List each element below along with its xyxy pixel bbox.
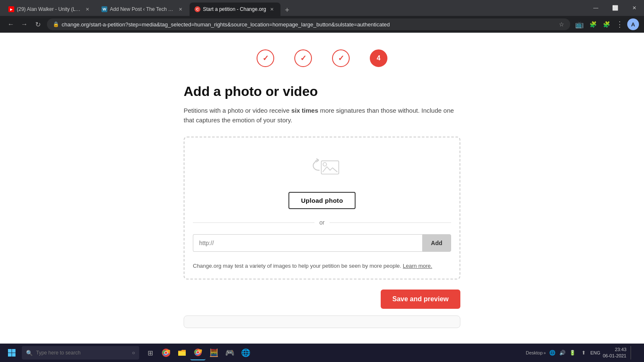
step-1-check: ✓ — [262, 54, 269, 63]
extensions-button[interactable]: 🧩 — [600, 18, 612, 30]
wordpress-favicon: W — [101, 6, 107, 12]
tab-change-close[interactable]: ✕ — [269, 6, 275, 13]
tab-youtube-close[interactable]: ✕ — [84, 6, 91, 13]
bookmark-icon[interactable]: ☆ — [559, 21, 564, 28]
step-4-label: 4 — [377, 54, 381, 62]
address-bar: ← → ↻ 🔒 change.org/start-a-petition?step… — [0, 16, 644, 33]
page-subtitle: Petitions with a photo or video receive … — [184, 106, 460, 125]
tab-bar: ▶ (29) Alan Walker - Unity (Lyr... ✕ W A… — [0, 0, 644, 16]
url-input-row: Add — [193, 234, 451, 252]
tab-change[interactable]: C Start a petition - Change.org ✕ — [190, 3, 280, 16]
refresh-button[interactable]: ↻ — [32, 18, 44, 30]
divider-line-left — [193, 222, 314, 223]
info-text: Change.org may test a variety of images … — [193, 262, 451, 270]
divider-label: or — [319, 219, 325, 226]
step-2: ✓ — [294, 49, 312, 67]
steps-indicator: ✓ ✓ ✓ 4 — [184, 49, 460, 67]
divider: or — [193, 219, 451, 226]
photo-placeholder-icon — [301, 150, 343, 184]
page-content: ✓ ✓ ✓ 4 Add a photo or video Petitions w… — [0, 33, 644, 345]
change-favicon: C — [195, 6, 200, 12]
subtitle-bold: six times — [291, 107, 318, 114]
maximize-button[interactable]: ⬜ — [605, 2, 625, 14]
tab-wordpress[interactable]: W Add New Post ‹ The Tech Infinite... ✕ — [96, 3, 189, 16]
menu-button[interactable]: ⋮ — [614, 18, 626, 30]
add-url-button[interactable]: Add — [422, 234, 451, 252]
photo-icon-container — [193, 150, 451, 184]
lock-icon: 🔒 — [53, 21, 59, 27]
save-preview-button[interactable]: Save and preview — [381, 290, 460, 309]
profile-button[interactable]: A — [627, 18, 639, 30]
close-button[interactable]: ✕ — [625, 2, 644, 14]
youtube-favicon: ▶ — [8, 6, 14, 12]
svg-point-1 — [323, 163, 327, 166]
tab-youtube[interactable]: ▶ (29) Alan Walker - Unity (Lyr... ✕ — [3, 3, 96, 16]
tab-wordpress-close[interactable]: ✕ — [177, 6, 184, 13]
minimize-button[interactable]: — — [586, 2, 605, 14]
new-tab-button[interactable]: + — [281, 4, 293, 16]
step-2-check: ✓ — [300, 54, 306, 63]
step-3: ✓ — [332, 49, 350, 67]
bottom-partial-section — [184, 315, 460, 328]
tab-wordpress-title: Add New Post ‹ The Tech Infinite... — [110, 6, 174, 12]
upload-photo-button[interactable]: Upload photo — [288, 192, 356, 209]
learn-more-link[interactable]: Learn more. — [403, 263, 432, 269]
extension-btn-1[interactable]: 📺 — [574, 18, 585, 30]
url-bar[interactable]: 🔒 change.org/start-a-petition?step=media… — [47, 18, 570, 30]
step-4: 4 — [370, 49, 387, 67]
page-title: Add a photo or video — [184, 84, 460, 99]
extension-btn-2[interactable]: 🧩 — [587, 18, 599, 30]
browser-window: ▶ (29) Alan Walker - Unity (Lyr... ✕ W A… — [0, 0, 644, 33]
url-text: change.org/start-a-petition?step=media&t… — [62, 21, 556, 28]
media-upload-area: Upload photo or Add Change.org may test … — [184, 137, 460, 279]
tab-youtube-title: (29) Alan Walker - Unity (Lyr... — [17, 6, 81, 12]
step-3-check: ✓ — [338, 54, 344, 63]
forward-button[interactable]: → — [18, 18, 30, 30]
video-url-input[interactable] — [193, 234, 422, 252]
divider-line-right — [330, 222, 451, 223]
tab-change-title: Start a petition - Change.org — [203, 6, 266, 12]
subtitle-part1: Petitions with a photo or video receive — [184, 107, 291, 114]
info-text-content: Change.org may test a variety of images … — [193, 263, 401, 269]
save-row: Save and preview — [184, 290, 460, 309]
taskbar: 🔍 ○ ⊞ — [0, 344, 644, 345]
back-button[interactable]: ← — [5, 18, 17, 30]
step-1: ✓ — [257, 49, 274, 67]
